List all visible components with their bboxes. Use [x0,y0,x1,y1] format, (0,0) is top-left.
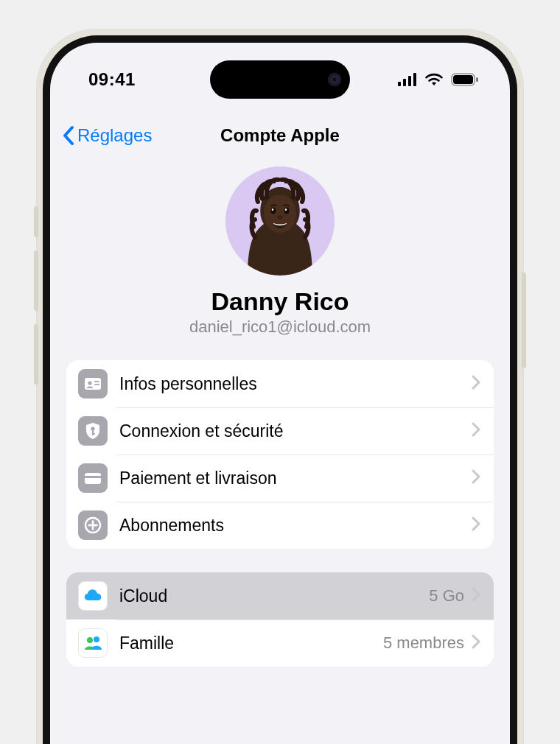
chevron-right-icon [472,516,480,534]
svg-point-11 [272,208,273,211]
chevron-right-icon [472,469,480,487]
family-icon [78,628,108,658]
svg-point-13 [277,215,283,220]
battery-icon [451,73,479,86]
back-label: Réglages [77,125,152,146]
wifi-icon [424,73,444,86]
profile-name: Danny Rico [211,287,349,316]
svg-rect-17 [94,384,99,385]
svg-point-9 [271,208,276,214]
svg-rect-5 [453,75,473,84]
row-label: iCloud [119,586,167,606]
chevron-right-icon [472,634,480,652]
svg-rect-2 [408,76,411,86]
nav-bar: Réglages Compte Apple [50,115,510,156]
chevron-left-icon [62,125,74,146]
screen: 09:41 [50,43,510,744]
row-label: Abonnements [119,516,224,536]
mute-switch [34,206,38,237]
svg-rect-0 [398,82,401,86]
row-label: Paiement et livraison [119,468,277,488]
icloud-icon [78,581,108,611]
chevron-right-icon [472,375,480,393]
svg-rect-1 [403,79,406,86]
row-label: Famille [119,634,174,653]
power-button [522,273,526,368]
subscriptions-icon [78,510,108,540]
row-label: Connexion et sécurité [119,421,283,441]
row-detail: 5 Go [429,586,464,606]
row-signin-security[interactable]: Connexion et sécurité [66,407,494,455]
credit-card-icon [78,463,108,493]
svg-rect-19 [92,430,94,435]
svg-rect-21 [85,473,101,484]
svg-rect-16 [94,381,99,382]
profile-email: daniel_rico1@icloud.com [189,317,371,337]
back-button[interactable]: Réglages [62,125,152,146]
svg-point-12 [285,208,287,211]
svg-rect-6 [476,77,478,82]
id-card-icon [78,369,108,399]
front-camera [328,73,341,86]
svg-point-28 [94,636,99,642]
row-subscriptions[interactable]: Abonnements [66,502,494,549]
settings-group-services: iCloud 5 Go [66,572,494,667]
shield-key-icon [78,416,108,446]
volume-down-button [34,324,38,385]
row-label: Infos personnelles [119,374,257,394]
phone-frame: 09:41 [37,29,523,744]
svg-point-10 [284,208,290,214]
avatar[interactable] [225,166,335,276]
chevron-right-icon [472,422,480,440]
row-detail: 5 membres [383,634,464,653]
svg-rect-20 [92,433,95,435]
svg-point-18 [91,427,94,430]
row-payment-shipping[interactable]: Paiement et livraison [66,455,494,502]
row-icloud[interactable]: iCloud 5 Go [66,572,494,620]
volume-up-button [34,250,38,311]
row-personal-info[interactable]: Infos personnelles [66,360,494,407]
svg-rect-3 [413,73,416,86]
svg-rect-22 [85,476,101,478]
svg-point-15 [88,381,91,385]
svg-point-27 [87,637,93,643]
chevron-right-icon [472,587,480,605]
status-time: 09:41 [88,69,136,90]
settings-group-account: Infos personnelles Connexion et sécurité [66,360,494,549]
row-family[interactable]: Famille 5 membres [66,620,494,667]
dynamic-island [210,60,350,99]
cellular-icon [398,73,417,86]
